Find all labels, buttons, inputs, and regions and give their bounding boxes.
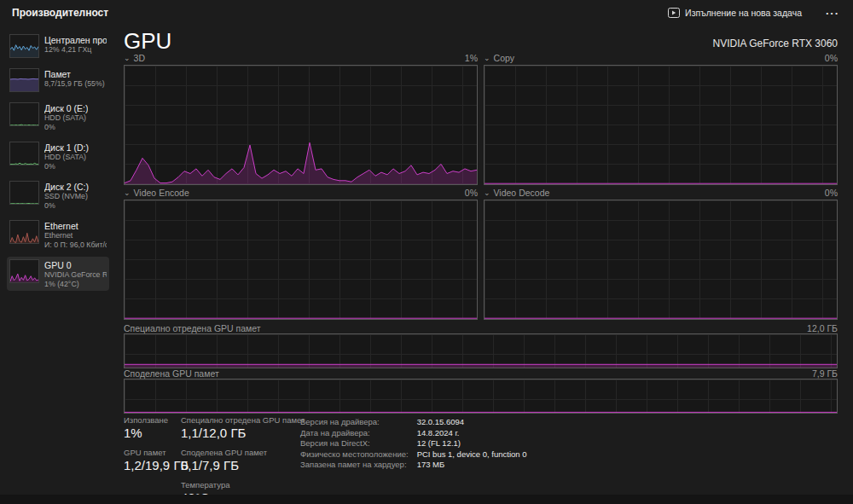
physical-location-value: PCI bus 1, device 0, function 0 [417,449,527,460]
driver-date-label: Дата на драйвера: [300,428,409,438]
temperature-label: Температура [181,480,305,490]
sidebar-item-title: Диск 0 (E:) [44,103,88,113]
dedicated-memory-capacity: 12,0 ГБ [807,323,838,333]
driver-date-value: 14.8.2024 г. [417,428,527,438]
sidebar-item-title: Диск 1 (D:) [44,142,89,153]
engine-label-video-encode: Video Encode [134,188,189,198]
engine-label-copy: Copy [494,53,515,63]
sidebar-item-cpu[interactable]: Централен проце 12% 4,21 ГХц [7,32,109,61]
sidebar-item-memory[interactable]: Памет 8,7/15,9 ГБ (55%) [7,66,109,95]
dedicated-memory-graph[interactable] [124,333,838,368]
memory-mini-graph [9,68,39,92]
sidebar-item-usage: 0% [44,162,89,171]
sidebar-item-detail: HDD (SATA) [44,113,88,123]
sidebar-item-title: Ethernet [44,221,107,231]
hardware-reserved-memory-label: Запазена памет на хардуер: [300,460,409,470]
sidebar-item-ethernet[interactable]: Ethernet Ethernet И: 0 П: 96,0 Кбит/с [7,217,109,252]
sidebar-item-title: Памет [44,69,105,79]
engine-utilization-video-decode: 0% [825,188,838,198]
stats-column-2: Специално отредена GPU памет 1,1/12,0 ГБ… [181,415,305,504]
dedicated-gpu-memory-value: 1,1/12,0 ГБ [181,426,305,441]
disk2-mini-graph [9,181,39,205]
engine-selector-copy[interactable]: ⌄ Copy [484,53,514,63]
sidebar-item-detail: 12% 4,21 ГХц [44,45,107,55]
gpu-copy-graph[interactable] [484,65,838,185]
shared-gpu-memory-label: Споделена GPU памет [181,448,305,458]
physical-location-label: Физическо местоположение: [300,449,409,460]
utilization-value: 1% [124,426,189,441]
disk1-mini-graph [9,142,39,165]
sidebar-item-usage: 0% [44,123,88,132]
performance-sidebar: Централен проце 12% 4,21 ГХц Памет 8,7/1… [7,32,109,291]
sidebar-item-disk0[interactable]: Диск 0 (E:) HDD (SATA) 0% [7,100,109,134]
sidebar-item-title: GPU 0 [44,260,107,270]
engine-utilization-3d: 1% [465,53,478,63]
chevron-down-icon: ⌄ [484,188,490,197]
driver-version-value: 32.0.15.6094 [417,417,527,427]
sidebar-item-disk2[interactable]: Диск 2 (C:) SSD (NVMe) 0% [7,178,109,212]
sidebar-item-gpu0[interactable]: GPU 0 NVIDIA GeForce R... 1% (42°C) [7,257,109,291]
chevron-down-icon: ⌄ [124,188,131,197]
sidebar-item-usage: И: 0 П: 96,0 Кбит/с [44,240,107,250]
engine-selector-3d[interactable]: ⌄ 3D [124,53,145,63]
sidebar-item-title: Централен проце [44,35,107,45]
gpu0-mini-graph [9,259,39,283]
stats-column-1: Използване 1% GPU памет 1,2/19,9 ГБ [124,415,189,480]
shared-memory-capacity: 7,9 ГБ [812,368,838,379]
engine-label-3d: 3D [134,53,145,63]
sidebar-item-detail: SSD (NVMe) [44,192,89,201]
shared-memory-graph[interactable] [124,379,838,414]
run-new-task-button[interactable]: Изпълнение на нова задача [661,4,809,21]
engine-selector-video-decode[interactable]: ⌄ Video Decode [484,188,549,198]
gpu-video-decode-graph[interactable] [484,200,838,320]
dedicated-gpu-memory-label: Специално отредена GPU памет [181,415,305,426]
engine-label-video-decode: Video Decode [494,188,550,198]
more-options-button[interactable]: ··· [821,5,844,21]
driver-version-label: Версия на драйвера: [300,417,409,427]
directx-version-label: Версия на DirectX: [300,438,409,449]
run-new-task-label: Изпълнение на нова задача [685,8,802,18]
sidebar-item-detail: Ethernet [44,231,107,240]
sidebar-item-title: Диск 2 (C:) [44,182,89,192]
header-actions: Изпълнение на нова задача ··· [661,4,844,21]
gpu-page-title: GPU [124,28,171,55]
gpu-memory-value: 1,2/19,9 ГБ [124,458,189,473]
sidebar-item-usage: 0% [44,201,89,211]
engine-selector-video-encode[interactable]: ⌄ Video Encode [124,188,189,198]
sidebar-item-detail: NVIDIA GeForce R... [44,270,107,280]
shared-gpu-memory-value: 0,1/7,9 ГБ [181,458,305,473]
header-bar: Производителност Изпълнение на нова зада… [0,0,853,26]
run-new-task-icon [668,8,680,18]
cpu-mini-graph [9,34,39,58]
ethernet-mini-graph [9,220,39,244]
engine-utilization-copy: 0% [825,53,838,63]
shared-memory-label: Споделена GPU памет [124,368,219,379]
gpu-video-encode-graph[interactable] [124,200,478,320]
window-bottom-edge [0,495,853,504]
disk0-mini-graph [9,102,39,126]
gpu-memory-label: GPU памет [124,448,189,458]
utilization-label: Използване [124,415,189,426]
directx-version-value: 12 (FL 12.1) [417,438,527,449]
gpu-3d-graph[interactable] [124,65,478,185]
chevron-down-icon: ⌄ [124,54,131,62]
sidebar-item-usage: 1% (42°C) [44,280,107,289]
gpu-device-name: NVIDIA GeForce RTX 3060 [712,38,838,49]
sidebar-item-disk1[interactable]: Диск 1 (D:) HDD (SATA) 0% [7,139,109,173]
dedicated-memory-label: Специално отредена GPU памет [124,323,261,333]
sidebar-item-detail: 8,7/15,9 ГБ (55%) [44,79,105,89]
hardware-reserved-memory-value: 173 МБ [417,460,527,470]
stats-details: Версия на драйвера: 32.0.15.6094 Дата на… [300,417,526,470]
engine-utilization-video-encode: 0% [465,188,478,198]
sidebar-item-detail: HDD (SATA) [44,153,89,162]
chevron-down-icon: ⌄ [484,54,490,62]
page-title: Производителност [12,7,108,19]
